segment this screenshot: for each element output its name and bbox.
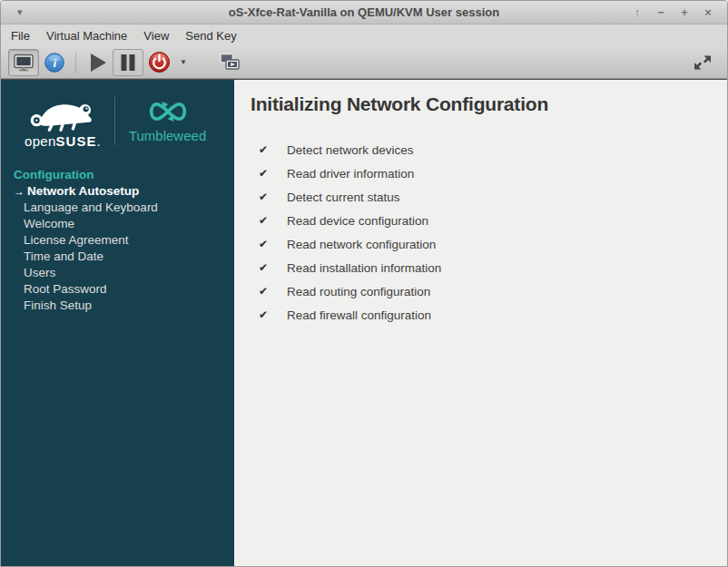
progress-step: ✔Read installation information xyxy=(251,256,718,279)
window-minimize-button[interactable]: − xyxy=(651,1,671,24)
tumbleweed-wordmark: Tumbleweed xyxy=(129,128,206,143)
checkmark-icon: ✔ xyxy=(259,167,287,180)
toolbar: i xyxy=(1,46,727,79)
progress-step-label: Read routing configuration xyxy=(287,285,430,298)
progress-step: ✔Read firewall configuration xyxy=(251,303,718,327)
shutdown-menu-button[interactable]: ▼ xyxy=(174,49,192,76)
window-shade-button[interactable]: ↑ xyxy=(627,1,647,24)
checkmark-icon: ✔ xyxy=(259,261,287,274)
sidebar-item-label: Root Password xyxy=(24,282,107,296)
play-icon xyxy=(85,51,109,74)
window-close-button[interactable]: × xyxy=(698,1,718,24)
dual-monitor-icon xyxy=(218,51,241,74)
menu-send-key[interactable]: Send Key xyxy=(177,26,244,45)
installer-sidebar: openSUSE. Tumbleweed Configuration xyxy=(1,80,234,566)
menu-view[interactable]: View xyxy=(135,26,177,45)
opensuse-wordmark: openSUSE. xyxy=(25,133,101,149)
current-step-arrow-icon: → xyxy=(14,185,25,198)
progress-step-label: Read device configuration xyxy=(287,214,428,228)
hardware-details-button[interactable]: i xyxy=(39,49,70,76)
window-controls: ↑ − + × xyxy=(627,1,718,24)
sidebar-item-license-agreement: License Agreement xyxy=(14,232,234,249)
monitor-icon xyxy=(13,52,34,73)
checkmark-icon: ✔ xyxy=(259,308,287,321)
sidebar-item-language-and-keyboard: Language and Keyboard xyxy=(14,200,234,216)
window-menu-button[interactable]: ▾ xyxy=(17,1,23,24)
sidebar-item-time-and-date: Time and Date xyxy=(14,249,234,265)
progress-step: ✔Read routing configuration xyxy=(251,279,718,303)
sidebar-nav-list: →Network AutosetupLanguage and KeyboardW… xyxy=(14,183,234,314)
run-button[interactable] xyxy=(82,49,113,76)
progress-step: ✔Read driver information xyxy=(251,161,718,185)
pause-button[interactable] xyxy=(113,49,143,76)
power-icon xyxy=(148,51,171,73)
brand-area: openSUSE. Tumbleweed xyxy=(1,91,234,156)
progress-step-label: Read firewall configuration xyxy=(287,308,431,322)
checkmark-icon: ✔ xyxy=(259,238,287,250)
checkmark-icon: ✔ xyxy=(259,285,287,298)
menu-file[interactable]: File xyxy=(3,26,38,45)
checkmark-icon: ✔ xyxy=(259,191,287,203)
titlebar: ▾ oS-Xfce-Rat-Vanilla on QEMU/KVM User s… xyxy=(1,1,727,24)
progress-step-label: Read installation information xyxy=(287,261,441,275)
progress-step-label: Detect current status xyxy=(287,191,400,204)
checkmark-icon: ✔ xyxy=(259,214,287,227)
opensuse-logo: openSUSE. xyxy=(25,93,101,149)
fullscreen-arrows-icon xyxy=(692,52,713,73)
virt-manager-window: ▾ oS-Xfce-Rat-Vanilla on QEMU/KVM User s… xyxy=(0,0,728,567)
window-maximize-button[interactable]: + xyxy=(674,1,694,24)
vm-console-display[interactable]: openSUSE. Tumbleweed Configuration xyxy=(1,79,727,566)
sidebar-item-label: Finish Setup xyxy=(24,298,92,312)
menubar: File Virtual Machine View Send Key xyxy=(1,24,727,46)
shutdown-button[interactable] xyxy=(143,49,174,76)
fullscreen-button[interactable] xyxy=(687,49,718,76)
progress-step-label: Detect network devices xyxy=(287,143,414,157)
snapshots-button[interactable] xyxy=(214,49,245,76)
dropdown-arrow-icon: ▼ xyxy=(180,58,187,66)
installer-steps-nav: Configuration →Network AutosetupLanguage… xyxy=(1,156,234,314)
progress-step: ✔Detect network devices xyxy=(251,138,718,161)
sidebar-item-users: Users xyxy=(14,265,234,281)
sidebar-item-finish-setup: Finish Setup xyxy=(14,298,234,314)
console-view-button[interactable] xyxy=(8,49,39,76)
opensuse-chameleon-icon xyxy=(26,93,99,132)
svg-text:i: i xyxy=(54,56,57,70)
progress-step-list: ✔Detect network devices✔Read driver info… xyxy=(251,138,718,327)
installer-main-panel: Initializing Network Configuration ✔Dete… xyxy=(234,80,727,566)
pause-icon xyxy=(118,53,138,73)
tumbleweed-infinity-icon xyxy=(144,99,192,124)
brand-divider xyxy=(114,96,115,145)
tumbleweed-logo: Tumbleweed xyxy=(129,99,206,143)
sidebar-item-label: Network Autosetup xyxy=(27,184,139,198)
sidebar-item-root-password: Root Password xyxy=(14,281,234,298)
nav-heading: Configuration xyxy=(14,167,234,183)
toolbar-separator xyxy=(75,53,76,73)
sidebar-item-label: License Agreement xyxy=(24,233,129,247)
sidebar-item-label: Users xyxy=(24,266,55,279)
sidebar-item-label: Time and Date xyxy=(24,249,103,263)
sidebar-item-network-autosetup: →Network Autosetup xyxy=(14,183,234,200)
progress-step: ✔Detect current status xyxy=(251,185,718,209)
menu-virtual-machine[interactable]: Virtual Machine xyxy=(38,26,135,45)
sidebar-item-welcome: Welcome xyxy=(14,216,234,232)
page-title: Initializing Network Configuration xyxy=(251,93,718,115)
info-icon: i xyxy=(44,52,65,73)
progress-step-label: Read driver information xyxy=(287,167,414,181)
sidebar-item-label: Welcome xyxy=(24,217,74,230)
sidebar-item-label: Language and Keyboard xyxy=(24,200,158,214)
progress-step: ✔Read device configuration xyxy=(251,209,718,232)
progress-step-label: Read network configuration xyxy=(287,238,436,251)
progress-step: ✔Read network configuration xyxy=(251,232,718,256)
window-title: oS-Xfce-Rat-Vanilla on QEMU/KVM User ses… xyxy=(1,5,727,19)
checkmark-icon: ✔ xyxy=(259,143,287,156)
